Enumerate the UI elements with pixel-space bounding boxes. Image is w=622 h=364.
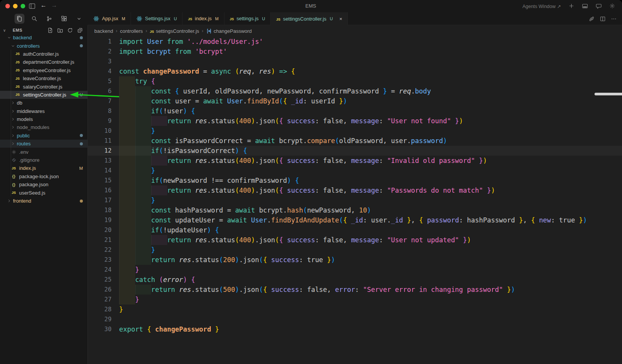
tree-item-authController.js[interactable]: JSauthController.js [0,50,87,58]
code-line[interactable]: 9return res.status(400).json({ success: … [88,116,622,126]
tab-settings.js[interactable]: JSsettings.jsU [225,12,271,25]
code-line[interactable]: 14} [88,166,622,176]
code-line[interactable]: 24} [88,265,622,275]
tree-item-controllers[interactable]: controllers [0,42,87,50]
explorer-icon[interactable] [15,14,24,24]
json-icon: {} [11,174,17,179]
code-line[interactable]: 8if(!user) { [88,106,622,116]
indent-guide [119,176,135,185]
line-number: 29 [88,314,119,324]
search-icon[interactable] [29,14,39,24]
new-folder-icon[interactable] [57,27,63,33]
tab-label: App.jsx [102,16,118,21]
tab-Settings.jsx[interactable]: Settings.jsxU [131,12,183,25]
plus-icon[interactable] [569,3,574,9]
code-line[interactable]: 23return res.status(200).json({ success:… [88,255,622,265]
tree-item-.env[interactable]: .env [0,148,87,156]
tree-item-backend[interactable]: backend [0,34,87,42]
tree-item-index.js[interactable]: JSindex.jsM [0,164,87,172]
tree-item-routes[interactable]: routes [0,140,87,148]
tree-item-node_modules[interactable]: node_modules [0,123,87,131]
tree-item-label: leaveController.js [23,76,61,81]
line-number: 6 [88,86,119,96]
back-arrow[interactable]: ← [40,2,47,9]
gear-icon[interactable] [609,3,615,9]
new-file-icon[interactable] [47,27,53,33]
code-line[interactable]: 12if(!isPasswordCorrect) { [88,146,622,156]
code-line[interactable]: 10} [88,126,622,136]
tree-item-frontend[interactable]: frontend [0,197,87,205]
more-icon[interactable] [611,16,617,22]
code-line[interactable]: 7const user = await User.findById({ _id:… [88,96,622,106]
code-line[interactable]: 11const isPasswordCorrect = await bcrypt… [88,136,622,146]
collapse-all-icon[interactable] [77,27,83,33]
code-line[interactable]: 16return res.status(400).json({ success:… [88,185,622,195]
minimize-button[interactable] [13,4,18,8]
tree-item-employeeController.js[interactable]: JSemployeeController.js [0,66,87,74]
code-line[interactable]: 20if(!updateUser) { [88,225,622,235]
code-area[interactable]: 1import User from '../models/User.js'2im… [88,37,622,334]
tree-item-departmentController.js[interactable]: JSdepartmentController.js [0,58,87,66]
code-line[interactable]: 6const { userId, oldPassword, newPasswor… [88,86,622,96]
code-line[interactable]: 4const changePassword = async (req, res)… [88,66,622,76]
tab-App.jsx[interactable]: App.jsxM [88,12,131,25]
line-number: 5 [88,76,119,86]
extensions-icon[interactable] [59,14,69,24]
tree-item-db[interactable]: db [0,99,87,107]
zoom-button[interactable] [21,4,25,8]
code-line[interactable]: 15if(newPassword !== confirmPassword) { [88,176,622,185]
refresh-icon[interactable] [67,27,73,33]
tab-index.js[interactable]: JSindex.jsM [183,12,224,25]
tab-settingsController.js[interactable]: JSsettingsController.jsU× [271,12,348,25]
breadcrumb-item-changePassword[interactable]: changePassword [206,28,252,34]
layout-sidebar-icon[interactable] [29,3,35,9]
line-number: 27 [88,295,119,304]
source-control-icon[interactable] [44,14,54,24]
code-line[interactable]: 26return res.status(500).json({ success:… [88,285,622,295]
tree-item-leaveController.js[interactable]: JSleaveController.js [0,74,87,82]
tree-item-label: db [17,100,22,106]
forward-arrow[interactable]: → [51,2,57,9]
code-line[interactable]: 2import bcrypt from 'bcrypt' [88,47,622,56]
close-button[interactable] [5,4,10,8]
code-line[interactable]: 27} [88,295,622,304]
code-line[interactable]: 5try { [88,76,622,86]
code-line[interactable]: 13return res.status(400).json({ success:… [88,156,622,166]
code-line[interactable]: 22} [88,245,622,255]
open-changes-icon[interactable] [589,16,595,22]
chevron-down-icon[interactable] [74,14,84,24]
tree-item-settingsController.js[interactable]: JSsettingsController.jsU [0,91,87,99]
code-line[interactable]: 1import User from '../models/User.js' [88,37,622,47]
tree-item-middlewares[interactable]: middlewares [0,107,87,115]
explorer-header[interactable]: ∨ EMS [0,26,87,34]
split-editor-icon[interactable] [600,16,606,22]
tree-item-.gitignore[interactable]: .gitignore [0,156,87,164]
chevron-right-icon [11,117,15,122]
breadcrumb-item-controllers[interactable]: controllers [120,28,143,34]
code-line[interactable]: 3 [88,56,622,66]
breadcrumb-item-backend[interactable]: backend [94,28,113,34]
tree-item-package.json[interactable]: {}package.json [0,180,87,188]
code-line[interactable]: 17} [88,195,622,205]
chevron-right-icon [11,125,15,130]
tree-item-models[interactable]: models [0,115,87,123]
close-icon[interactable]: × [339,16,343,22]
line-number: 14 [88,166,119,176]
panel-bottom-icon[interactable] [582,3,588,9]
code-line[interactable]: 30export { changePassword } [88,324,622,334]
breadcrumb-item-settingsController.js[interactable]: JSsettingsController.js [150,28,199,34]
tree-item-public[interactable]: public [0,132,87,140]
code-line[interactable]: 25catch (error) { [88,275,622,285]
tree-item-userSeed.js[interactable]: JSuserSeed.js [0,188,87,196]
code-line[interactable]: 28} [88,304,622,314]
tree-item-label: frontend [13,198,31,204]
tree-item-salaryController.js[interactable]: JSsalaryController.js [0,82,87,90]
code-line[interactable]: 18const hashPassword = await bcrypt.hash… [88,205,622,215]
code-line[interactable]: 29 [88,314,622,324]
tree-item-package-lock.json[interactable]: {}package-lock.json [0,172,87,180]
chat-icon[interactable] [596,3,602,9]
agents-window-label[interactable]: Agents Window ↗ [522,3,561,9]
scrollbar-marker[interactable] [595,93,622,95]
code-line[interactable]: 21return res.status(400).json({ success:… [88,235,622,245]
code-line[interactable]: 19const updateUser = await User.findById… [88,215,622,225]
